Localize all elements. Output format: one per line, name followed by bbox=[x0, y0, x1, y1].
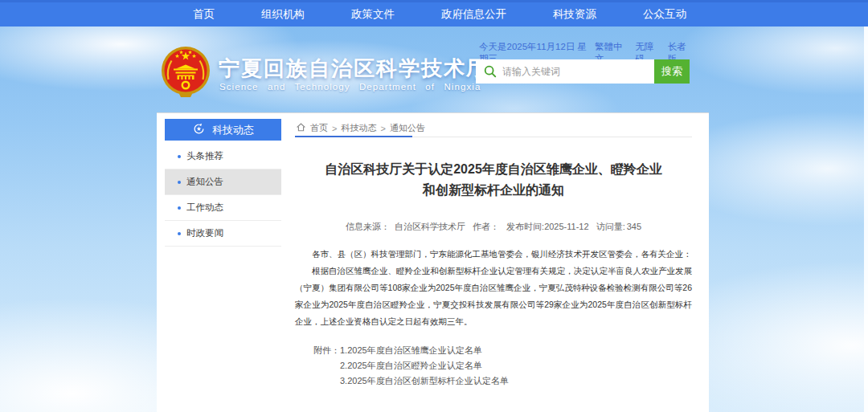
bullet-dot-icon bbox=[178, 155, 181, 158]
meta-source-label: 信息来源： bbox=[346, 222, 390, 231]
nav-item-organization[interactable]: 组织机构 bbox=[261, 7, 305, 22]
search-input-box bbox=[476, 59, 654, 84]
bullet-dot-icon bbox=[178, 232, 181, 235]
sidebar-item-label: 头条推荐 bbox=[186, 150, 223, 162]
main-content: 首页 > 科技动态 > 通知公告 自治区科技厅关于认定2025年度自治区雏鹰企业… bbox=[295, 113, 692, 407]
nav-item-tech-resources[interactable]: 科技资源 bbox=[553, 7, 596, 22]
site-subtitle: Science and Technology Department of Nin… bbox=[219, 82, 481, 92]
content-panel: 科技动态 头条推荐 通知公告 工作动态 时政要闻 bbox=[157, 112, 709, 412]
attachment-link-2[interactable]: 2.2025年度自治区瞪羚企业认定名单 bbox=[340, 358, 509, 373]
sidebar-item-label: 工作动态 bbox=[186, 202, 223, 214]
china-national-emblem-icon bbox=[160, 88, 211, 101]
top-nav-items: 首页 组织机构 政策文件 政府信息公开 科技资源 公众互动 bbox=[0, 2, 868, 27]
sidebar-title: 科技动态 bbox=[212, 123, 254, 137]
sidebar-item-label: 时政要闻 bbox=[186, 227, 223, 239]
search-input[interactable] bbox=[476, 59, 654, 84]
breadcrumb-notices[interactable]: 通知公告 bbox=[390, 122, 425, 134]
breadcrumb-active-underline bbox=[295, 136, 412, 137]
article-title: 自治区科技厅关于认定2025年度自治区雏鹰企业、瞪羚企业和创新型标杆企业的通知 bbox=[295, 159, 692, 201]
search-button[interactable]: 搜索 bbox=[654, 59, 690, 84]
page: 首页 组织机构 政策文件 政府信息公开 科技资源 公众互动 bbox=[0, 0, 868, 412]
meta-publish-date: 2025-11-12 bbox=[544, 222, 588, 231]
nav-item-gov-info-disclosure[interactable]: 政府信息公开 bbox=[441, 7, 506, 22]
nav-item-public-interaction[interactable]: 公众互动 bbox=[643, 7, 686, 22]
attachment-link-3[interactable]: 3.2025年度自治区创新型标杆企业认定名单 bbox=[340, 373, 509, 389]
breadcrumb-tech-news[interactable]: 科技动态 bbox=[341, 122, 376, 134]
breadcrumb-separator: > bbox=[380, 124, 385, 133]
meta-publish-label: 发布时间: bbox=[506, 222, 544, 231]
breadcrumb-home[interactable]: 首页 bbox=[310, 122, 328, 134]
search-icon bbox=[483, 64, 497, 79]
sidebar-menu: 头条推荐 通知公告 工作动态 时政要闻 bbox=[165, 144, 281, 247]
breadcrumb: 首页 > 科技动态 > 通知公告 bbox=[296, 122, 425, 134]
bullet-dot-icon bbox=[178, 206, 181, 210]
meta-author-label: 作者： bbox=[473, 222, 499, 231]
article-paragraph: 根据自治区雏鹰企业、瞪羚企业和创新型标杆企业认定管理有关规定，决定认定半亩良人农… bbox=[295, 263, 692, 330]
article-meta: 信息来源：自治区科学技术厅 作者： 发布时间:2025-11-12 访问量:34… bbox=[295, 221, 692, 233]
meta-source: 自治区科学技术厅 bbox=[395, 222, 465, 231]
attachment-link-1[interactable]: 1.2025年度自治区雏鹰企业认定名单 bbox=[340, 343, 509, 358]
article-body: 各市、县（区）科技管理部门，宁东能源化工基地管委会，银川经济技术开发区管委会，各… bbox=[295, 246, 692, 330]
sidebar-item-work-updates[interactable]: 工作动态 bbox=[165, 195, 281, 221]
search-bar: 搜索 bbox=[476, 59, 690, 84]
bullet-dot-icon bbox=[178, 181, 181, 184]
top-nav-bar: 首页 组织机构 政策文件 政府信息公开 科技资源 公众互动 bbox=[0, 0, 868, 27]
sidebar-item-label: 通知公告 bbox=[186, 176, 223, 188]
attachments-label: 附件： bbox=[313, 343, 340, 389]
meta-visits-label: 访问量: bbox=[596, 222, 625, 231]
attachments-list: 1.2025年度自治区雏鹰企业认定名单 2.2025年度自治区瞪羚企业认定名单 … bbox=[340, 343, 509, 389]
attachments-block: 附件： 1.2025年度自治区雏鹰企业认定名单 2.2025年度自治区瞪羚企业认… bbox=[313, 343, 509, 389]
article-title-text: 自治区科技厅关于认定2025年度自治区雏鹰企业、瞪羚企业和创新型标杆企业的通知 bbox=[319, 159, 668, 201]
home-icon bbox=[296, 122, 306, 134]
right-edge-strip bbox=[864, 27, 868, 412]
meta-visits: 345 bbox=[627, 222, 641, 231]
site-title: 宁夏回族自治区科学技术厅 bbox=[219, 55, 489, 83]
star-refresh-icon bbox=[192, 122, 206, 138]
nav-item-policy-documents[interactable]: 政策文件 bbox=[351, 7, 395, 22]
sidebar: 科技动态 头条推荐 通知公告 工作动态 时政要闻 bbox=[165, 119, 281, 247]
nav-item-home[interactable]: 首页 bbox=[193, 7, 215, 22]
sidebar-header-tech-news[interactable]: 科技动态 bbox=[165, 119, 281, 141]
sidebar-item-headlines[interactable]: 头条推荐 bbox=[165, 144, 281, 169]
breadcrumb-separator: > bbox=[332, 124, 337, 133]
site-logo[interactable] bbox=[160, 46, 211, 99]
article-paragraph: 各市、县（区）科技管理部门，宁东能源化工基地管委会，银川经济技术开发区管委会，各… bbox=[295, 246, 692, 263]
sidebar-item-current-politics[interactable]: 时政要闻 bbox=[165, 221, 281, 247]
sidebar-item-notices[interactable]: 通知公告 bbox=[165, 169, 281, 195]
